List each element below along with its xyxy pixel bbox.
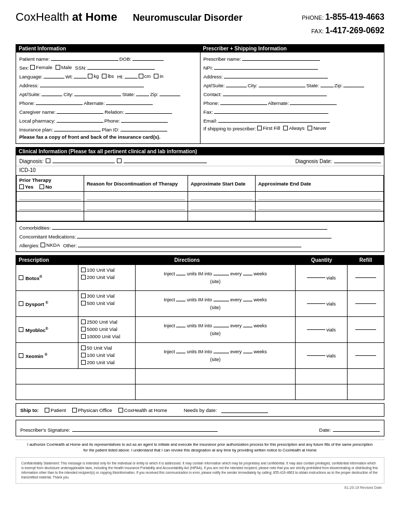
presc-zip-field[interactable]	[343, 81, 364, 87]
coxhealth-ship-checkbox[interactable]	[118, 408, 123, 413]
dysport-site-field[interactable]	[214, 301, 229, 301]
therapy-cell-3c[interactable]	[188, 211, 256, 221]
therapy-cell-1a[interactable]	[17, 192, 84, 202]
dysport-refill-field[interactable]	[355, 303, 376, 304]
xeomin-200-checkbox[interactable]	[81, 360, 86, 365]
lbs-checkbox[interactable]	[102, 74, 106, 78]
botox-200-checkbox[interactable]	[81, 275, 86, 280]
therapy-cell-1d[interactable]	[256, 192, 384, 202]
other-field[interactable]	[78, 241, 301, 247]
botox-refill-field[interactable]	[355, 277, 376, 278]
in-checkbox[interactable]	[154, 74, 158, 78]
myobloc-10000-checkbox[interactable]	[81, 334, 86, 339]
therapy-cell-1c[interactable]	[188, 192, 256, 202]
presc-email-field[interactable]	[218, 116, 330, 123]
dysport-units-field[interactable]	[176, 301, 185, 301]
yes-checkbox[interactable]	[19, 184, 24, 189]
male-checkbox[interactable]	[56, 65, 60, 70]
myobloc-weeks-field[interactable]	[243, 327, 252, 327]
physician-ship-checkbox[interactable]	[72, 408, 77, 413]
xeomin-units-field[interactable]	[176, 353, 185, 353]
diagnosis-checkbox2[interactable]	[117, 158, 122, 163]
therapy-cell-2c[interactable]	[188, 202, 256, 211]
therapy-cell-3a[interactable]	[17, 211, 84, 221]
patient-name-field[interactable]	[51, 55, 118, 61]
npi-field[interactable]	[214, 63, 318, 70]
state-field[interactable]	[136, 90, 149, 96]
xeomin-100-checkbox[interactable]	[81, 353, 86, 357]
myobloc-units-field[interactable]	[176, 327, 185, 327]
nkda-checkbox[interactable]	[41, 243, 45, 247]
apt-field[interactable]	[42, 90, 62, 96]
prescriber-sig-field[interactable]	[72, 425, 218, 432]
zip-field[interactable]	[159, 90, 180, 96]
address-field[interactable]	[40, 81, 144, 87]
language-field[interactable]	[44, 72, 64, 78]
therapy-cell-3d[interactable]	[256, 211, 384, 221]
botox-qty-field[interactable]	[307, 277, 325, 278]
dysport-300-checkbox[interactable]	[81, 294, 86, 298]
comorbidities-field[interactable]	[52, 223, 327, 230]
xeomin-50-checkbox[interactable]	[81, 345, 86, 350]
phone-field[interactable]	[36, 99, 83, 105]
xeomin-checkbox[interactable]	[19, 353, 23, 358]
presc-fax-field[interactable]	[214, 108, 328, 114]
diagnosis-field1[interactable]	[52, 157, 115, 163]
female-checkbox[interactable]	[30, 65, 35, 70]
kg-checkbox[interactable]	[88, 74, 92, 78]
therapy-cell-2d[interactable]	[256, 202, 384, 211]
presc-apt-field[interactable]	[226, 81, 247, 87]
diagnosis-checkbox1[interactable]	[46, 158, 50, 163]
presc-address-field[interactable]	[224, 72, 328, 78]
dysport-weeks-field[interactable]	[243, 301, 252, 301]
therapy-cell-2b[interactable]	[84, 202, 188, 211]
myobloc-checkbox[interactable]	[19, 327, 23, 332]
date-field[interactable]	[333, 425, 380, 432]
prescriber-name-field[interactable]	[242, 55, 320, 61]
xeomin-site-field[interactable]	[214, 353, 229, 353]
plan-id-field[interactable]	[121, 125, 167, 131]
therapy-cell-1b[interactable]	[84, 192, 188, 202]
relation-field[interactable]	[125, 108, 172, 114]
dob-field[interactable]	[132, 55, 164, 61]
needs-by-field[interactable]	[221, 407, 268, 413]
therapy-cell-2a[interactable]	[17, 202, 84, 211]
presc-alt-field[interactable]	[290, 99, 337, 105]
presc-phone-field[interactable]	[220, 99, 267, 105]
xeomin-qty-field[interactable]	[307, 355, 325, 356]
presc-city-field[interactable]	[259, 81, 305, 87]
insurance-field[interactable]	[54, 125, 101, 131]
diagnosis-date-field[interactable]	[334, 157, 381, 163]
diagnosis-field2[interactable]	[124, 157, 207, 163]
never-checkbox[interactable]	[308, 126, 312, 130]
myobloc-site-field[interactable]	[214, 327, 229, 327]
dysport-qty-field[interactable]	[307, 303, 325, 304]
botox-weeks-field[interactable]	[243, 275, 252, 275]
therapy-cell-3b[interactable]	[84, 211, 188, 221]
botox-site-field[interactable]	[214, 275, 229, 275]
patient-ship-checkbox[interactable]	[45, 408, 49, 413]
dysport-checkbox[interactable]	[19, 301, 23, 306]
first-fill-checkbox[interactable]	[257, 126, 262, 130]
wt-field[interactable]	[74, 72, 87, 78]
botox-100-checkbox[interactable]	[81, 268, 86, 272]
city-field[interactable]	[74, 90, 121, 96]
ht-field[interactable]	[125, 72, 138, 78]
always-checkbox[interactable]	[283, 126, 288, 130]
presc-state-field[interactable]	[321, 81, 334, 87]
xeomin-refill-field[interactable]	[355, 355, 376, 356]
botox-units-field[interactable]	[176, 275, 185, 275]
pharmacy-phone-field[interactable]	[121, 116, 168, 123]
ssn-field[interactable]	[87, 63, 155, 70]
myobloc-5000-checkbox[interactable]	[81, 327, 86, 331]
xeomin-weeks-field[interactable]	[243, 353, 252, 353]
botox-checkbox[interactable]	[19, 275, 23, 280]
myobloc-refill-field[interactable]	[355, 329, 376, 330]
no-checkbox[interactable]	[39, 184, 44, 189]
myobloc-qty-field[interactable]	[307, 329, 325, 330]
concomitant-field[interactable]	[77, 232, 331, 238]
myobloc-2500-checkbox[interactable]	[81, 320, 86, 324]
caregiver-field[interactable]	[57, 108, 103, 114]
dysport-500-checkbox[interactable]	[81, 301, 86, 305]
pharmacy-field[interactable]	[57, 116, 103, 123]
